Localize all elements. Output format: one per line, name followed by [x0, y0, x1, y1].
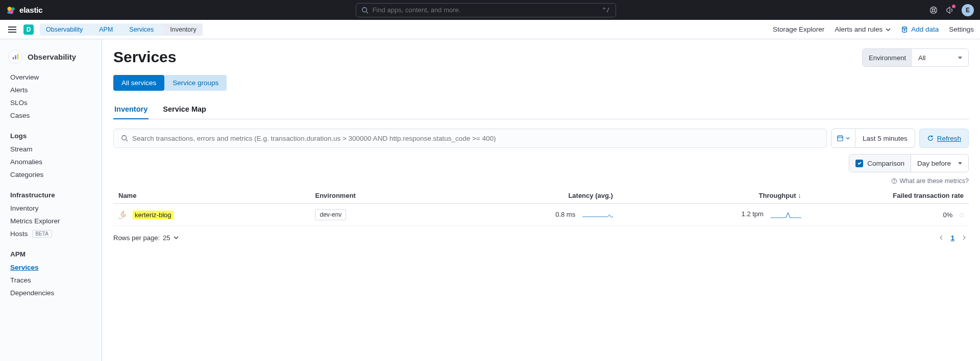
chevron-left-icon	[939, 235, 944, 240]
svg-point-4	[362, 7, 366, 12]
svg-point-3	[8, 11, 10, 13]
query-input[interactable]	[132, 135, 819, 142]
chevron-down-icon	[846, 136, 850, 140]
sidebar-item-inventory[interactable]: Inventory	[0, 202, 102, 215]
sort-down-icon: ↓	[798, 192, 801, 199]
sidebar-item-traces[interactable]: Traces	[0, 274, 102, 287]
chevron-down-icon	[174, 235, 179, 240]
brand-logo[interactable]: elastic	[6, 5, 42, 15]
sub-header: D Observability APM Services Inventory S…	[0, 20, 980, 39]
sidebar-group-logs: Logs	[0, 129, 102, 143]
chevron-right-icon	[962, 235, 967, 240]
svg-rect-15	[13, 57, 14, 59]
query-bar[interactable]	[113, 128, 827, 148]
pagination: 1	[937, 233, 969, 242]
java-icon	[118, 210, 128, 219]
refresh-button[interactable]: Refresh	[919, 128, 969, 148]
chevron-down-icon	[886, 27, 891, 32]
svg-line-10	[931, 11, 933, 13]
svg-point-7	[933, 9, 935, 11]
environment-label: Environment	[863, 49, 912, 66]
svg-rect-20	[838, 136, 843, 141]
search-icon	[121, 135, 128, 142]
col-latency[interactable]: Latency (avg.)	[464, 188, 618, 204]
time-range-value[interactable]: Last 5 minutes	[855, 135, 915, 142]
sidebar-item-hosts[interactable]: Hosts BETA	[0, 227, 102, 240]
sidebar-item-dependencies[interactable]: Dependencies	[0, 287, 102, 299]
svg-line-19	[126, 140, 128, 142]
time-quick-select[interactable]	[831, 129, 855, 147]
col-name[interactable]: Name	[113, 188, 310, 204]
crumb-observability[interactable]: Observability	[40, 23, 90, 36]
environment-filter[interactable]: Environment All	[862, 48, 969, 67]
sidebar-item-overview[interactable]: Overview	[0, 71, 102, 84]
environment-select[interactable]: All	[912, 49, 968, 66]
svg-line-11	[935, 11, 936, 13]
svg-point-25	[894, 182, 894, 183]
alerts-rules-menu[interactable]: Alerts and rules	[835, 25, 891, 33]
sidebar-item-services[interactable]: Services	[0, 261, 102, 274]
comparison-control: Comparison Day before	[849, 154, 969, 172]
table-row[interactable]: kerteriz-blog dev-env 0.8 ms 1.2 tpm	[113, 204, 969, 226]
beta-badge: BETA	[32, 230, 52, 238]
sidebar-item-alerts[interactable]: Alerts	[0, 84, 102, 96]
sidebar-item-metrics-explorer[interactable]: Metrics Explorer	[0, 215, 102, 227]
add-data-icon	[901, 26, 908, 33]
sub-tabs: Inventory Service Map	[113, 101, 969, 119]
tab-service-groups[interactable]: Service groups	[164, 75, 227, 91]
global-search-input[interactable]	[373, 6, 599, 14]
svg-rect-16	[15, 55, 16, 59]
svg-rect-17	[17, 54, 19, 60]
add-data-button[interactable]: Add data	[901, 25, 939, 33]
svg-point-18	[122, 136, 127, 140]
settings-link[interactable]: Settings	[949, 25, 974, 33]
sidebar-item-cases[interactable]: Cases	[0, 109, 102, 122]
search-icon	[361, 7, 369, 14]
calendar-icon	[837, 135, 844, 142]
time-range-picker[interactable]: Last 5 minutes	[831, 128, 915, 148]
sidebar-item-anomalies[interactable]: Anomalies	[0, 156, 102, 168]
sidebar-item-stream[interactable]: Stream	[0, 143, 102, 156]
global-search[interactable]: ^/	[356, 3, 616, 17]
next-page-button[interactable]	[960, 233, 969, 242]
svg-point-12	[902, 27, 907, 29]
latency-sparkline	[582, 211, 613, 219]
metrics-help-link[interactable]: What are these metrics?	[113, 177, 969, 185]
app-header: elastic ^/ E	[0, 0, 980, 20]
page-title: Services	[113, 48, 176, 66]
comparison-checkbox[interactable]	[855, 160, 863, 167]
tab-all-services[interactable]: All services	[113, 75, 164, 91]
storage-explorer-link[interactable]: Storage Explorer	[773, 25, 824, 33]
prev-page-button[interactable]	[937, 233, 946, 242]
space-badge[interactable]: D	[23, 24, 34, 35]
crumb-inventory: Inventory	[161, 23, 202, 36]
rows-per-page-select[interactable]: Rows per page: 25	[113, 234, 179, 242]
refresh-icon	[927, 135, 934, 142]
comparison-toggle[interactable]: Comparison	[849, 154, 911, 172]
col-throughput[interactable]: Throughput↓	[618, 188, 806, 204]
svg-line-5	[366, 11, 368, 13]
col-failed[interactable]: Failed transaction rate	[806, 188, 969, 204]
newsfeed-icon[interactable]	[945, 6, 954, 15]
observability-icon	[8, 49, 22, 64]
sidebar-item-slos[interactable]: SLOs	[0, 96, 102, 109]
help-icon[interactable]	[929, 6, 938, 15]
subtab-service-map[interactable]: Service Map	[162, 101, 207, 119]
crumb-apm[interactable]: APM	[90, 23, 120, 36]
page-number[interactable]: 1	[951, 234, 954, 242]
elastic-logo-icon	[6, 5, 16, 15]
status-dot-icon	[960, 213, 964, 217]
service-name-link[interactable]: kerteriz-blog	[133, 211, 174, 219]
subtab-inventory[interactable]: Inventory	[113, 101, 149, 119]
throughput-value: 1.2 tpm	[742, 210, 764, 218]
svg-line-8	[931, 8, 933, 9]
col-environment[interactable]: Environment	[310, 188, 464, 204]
comparison-select[interactable]: Day before	[911, 154, 968, 172]
sidebar-item-categories[interactable]: Categories	[0, 168, 102, 181]
nav-toggle-icon[interactable]	[6, 23, 18, 36]
sidebar-section-title[interactable]: Observability	[0, 46, 102, 69]
sidebar-group-apm: APM	[0, 247, 102, 261]
user-avatar[interactable]: E	[962, 4, 974, 16]
crumb-services[interactable]: Services	[120, 23, 161, 36]
throughput-sparkline	[771, 210, 801, 219]
